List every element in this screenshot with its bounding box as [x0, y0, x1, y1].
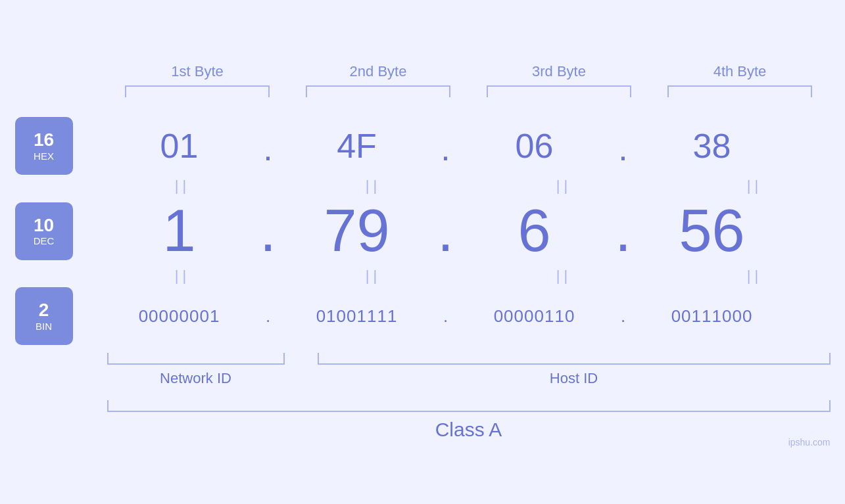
bin-badge: 2 BIN — [15, 287, 73, 345]
network-bracket — [107, 353, 285, 365]
dec-val-1: 1 — [107, 197, 252, 265]
byte-label-1: 1st Byte — [125, 63, 270, 80]
class-bracket — [107, 400, 831, 412]
equals-2-3: || — [492, 267, 637, 285]
equals-dot-2 — [452, 177, 485, 195]
hex-val-4: 38 — [640, 126, 785, 166]
dec-values-area: 1 . 79 . 6 . 56 — [107, 197, 831, 265]
bin-badge-label: BIN — [36, 321, 52, 332]
dec-badge-num: 10 — [34, 216, 54, 236]
host-bracket — [318, 353, 831, 365]
bracket-gap — [285, 353, 318, 365]
equals-2-4: || — [683, 267, 827, 285]
equals-row-2: || || || || — [107, 267, 831, 285]
class-row-area: Class A — [107, 400, 831, 441]
dec-dot-2: . — [429, 197, 462, 265]
hex-val-1: 01 — [107, 126, 252, 166]
bin-dot-3: . — [607, 306, 640, 327]
top-bracket-1 — [125, 85, 270, 97]
dec-dot-3: . — [607, 197, 640, 265]
byte-labels-row: 1st Byte 2nd Byte 3rd Byte 4th Byte — [107, 63, 831, 80]
hex-dot-1: . — [252, 129, 285, 168]
dec-val-4: 56 — [640, 197, 785, 265]
byte-label-3: 3rd Byte — [487, 63, 631, 80]
bin-val-2: 01001111 — [285, 306, 429, 327]
equals-2-1: || — [110, 267, 255, 285]
bin-values-area: 00000001 . 01001111 . 00000110 . 0011100… — [107, 306, 831, 327]
bin-row: 2 BIN 00000001 . 01001111 . 00000110 . 0… — [15, 287, 831, 345]
bin-badge-num: 2 — [39, 300, 49, 321]
top-bracket-4 — [667, 85, 812, 97]
hex-dot-3: . — [607, 129, 640, 168]
byte-label-2: 2nd Byte — [306, 63, 450, 80]
dec-val-3: 6 — [462, 197, 607, 265]
watermark: ipshu.com — [788, 437, 831, 447]
dec-badge: 10 DEC — [15, 202, 73, 260]
dec-badge-label: DEC — [34, 235, 55, 246]
hex-badge-label: HEX — [34, 150, 54, 162]
bottom-brackets-area: Network ID Host ID — [107, 353, 831, 387]
main-container: 1st Byte 2nd Byte 3rd Byte 4th Byte 16 H… — [15, 63, 831, 441]
bin-val-4: 00111000 — [640, 306, 785, 327]
hex-dot-2: . — [429, 129, 462, 168]
dec-row: 10 DEC 1 . 79 . 6 . 56 — [15, 197, 831, 265]
dec-dot-1: . — [252, 197, 285, 265]
bin-val-3: 00000110 — [462, 306, 607, 327]
dec-val-2: 79 — [285, 197, 429, 265]
hex-val-3: 06 — [462, 126, 607, 166]
bin-dot-2: . — [429, 306, 462, 327]
bin-val-1: 00000001 — [107, 306, 252, 327]
equals-dot-1 — [262, 177, 295, 195]
byte-label-4: 4th Byte — [667, 63, 812, 80]
equals-dot-5 — [452, 267, 485, 285]
top-bracket-2 — [306, 85, 450, 97]
equals-1-3: || — [492, 177, 637, 195]
equals-2-2: || — [301, 267, 446, 285]
host-id-label: Host ID — [318, 370, 831, 387]
equals-1-2: || — [301, 177, 446, 195]
top-brackets-row — [107, 85, 831, 97]
hex-row: 16 HEX 01 . 4F . 06 . 38 — [15, 117, 831, 175]
hex-val-2: 4F — [285, 126, 429, 166]
network-id-label: Network ID — [107, 370, 285, 387]
hex-badge-num: 16 — [34, 130, 54, 150]
equals-dot-4 — [262, 267, 295, 285]
hex-values-area: 01 . 4F . 06 . 38 — [107, 124, 831, 168]
equals-row-1: || || || || — [107, 177, 831, 195]
brackets-row — [107, 353, 831, 365]
class-label: Class A — [107, 419, 831, 441]
equals-1-4: || — [683, 177, 827, 195]
equals-dot-6 — [643, 267, 676, 285]
equals-1-1: || — [110, 177, 255, 195]
top-bracket-3 — [487, 85, 631, 97]
equals-dot-3 — [643, 177, 676, 195]
bin-dot-1: . — [252, 306, 285, 327]
network-host-labels: Network ID Host ID — [107, 370, 831, 387]
hex-badge: 16 HEX — [15, 117, 73, 175]
